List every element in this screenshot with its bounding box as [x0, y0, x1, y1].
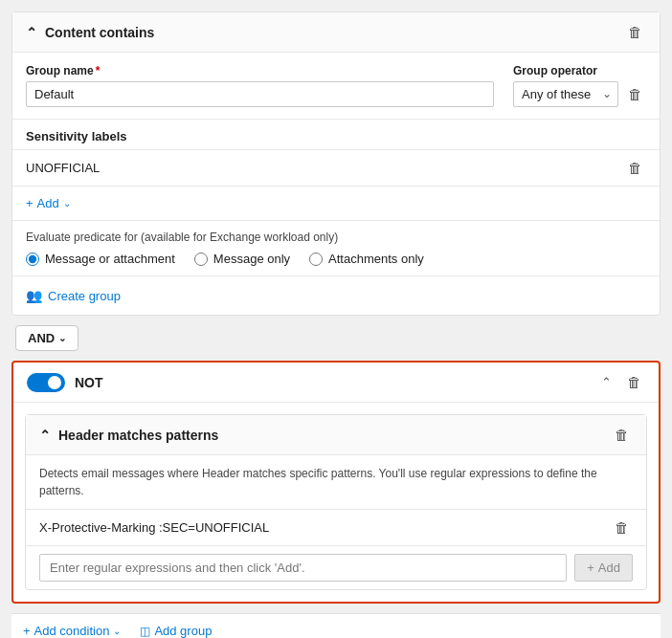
- add-label: Add: [37, 196, 59, 210]
- bottom-bar: + Add condition ⌄ ◫ Add group: [11, 613, 661, 638]
- create-group-row: 👥 Create group: [12, 276, 660, 315]
- header-matches-chevron-icon[interactable]: ⌃: [39, 428, 51, 443]
- evaluate-predicate-label: Evaluate predicate for (available for Ex…: [26, 231, 646, 244]
- header-matches-header: ⌃ Header matches patterns 🗑: [26, 415, 646, 455]
- content-contains-delete-button[interactable]: 🗑: [624, 22, 646, 42]
- content-contains-title: Content contains: [45, 25, 154, 40]
- not-panel-collapse-button[interactable]: ⌃: [597, 373, 616, 391]
- add-group-label: Add group: [154, 624, 212, 638]
- create-group-label: Create group: [48, 289, 121, 303]
- radio-attach-only-input[interactable]: [309, 253, 323, 266]
- sensitivity-label-delete-button[interactable]: 🗑: [624, 158, 646, 178]
- group-operator-delete-button[interactable]: 🗑: [624, 84, 646, 104]
- group-operator-wrapper: Any of these All of these 🗑: [513, 81, 646, 107]
- add-button-row: + Add ⌄: [12, 187, 660, 221]
- group-name-label: Group name*: [26, 64, 494, 77]
- group-operator-select[interactable]: Any of these All of these: [513, 81, 618, 107]
- add-condition-plus-icon: +: [23, 624, 31, 638]
- group-name-input[interactable]: [26, 81, 494, 107]
- not-label: NOT: [75, 375, 103, 390]
- group-name-field: Group name*: [26, 64, 494, 107]
- add-sensitivity-button[interactable]: + Add ⌄: [26, 194, 71, 212]
- add-condition-label: Add condition: [34, 624, 110, 638]
- pattern-item-value: X-Protective-Marking :SEC=UNOFFICIAL: [39, 520, 269, 535]
- radio-attachments-only[interactable]: Attachments only: [309, 252, 424, 266]
- group-operator-section: Group operator Any of these All of these…: [513, 64, 646, 107]
- add-icon: +: [26, 196, 34, 210]
- create-group-icon: 👥: [26, 288, 42, 303]
- radio-msg-only-input[interactable]: [194, 253, 208, 266]
- header-matches-title-group: ⌃ Header matches patterns: [39, 428, 218, 443]
- group-name-operator-row: Group name* Group operator Any of these …: [12, 53, 660, 120]
- sensitivity-label-item: UNOFFICIAL 🗑: [12, 150, 660, 187]
- regex-input-row: + Add: [26, 546, 646, 589]
- add-condition-chevron-icon: ⌄: [113, 626, 121, 636]
- radio-msg-attach-input[interactable]: [26, 253, 39, 266]
- content-contains-header: ⌃ Content contains 🗑: [12, 12, 660, 53]
- group-operator-dropdown-wrapper: Any of these All of these: [513, 81, 618, 107]
- sensitivity-labels-heading: Sensitivity labels: [12, 120, 660, 150]
- and-button[interactable]: AND ⌄: [15, 325, 78, 351]
- add-condition-button[interactable]: + Add condition ⌄: [23, 624, 121, 638]
- radio-msg-only-label: Message only: [213, 252, 290, 266]
- pattern-item-delete-button[interactable]: 🗑: [611, 517, 633, 538]
- not-panel: NOT ⌃ 🗑 ⌃ Header matches patterns 🗑 Dete…: [11, 361, 661, 604]
- regex-add-button[interactable]: + Add: [574, 554, 633, 582]
- create-group-button[interactable]: 👥 Create group: [26, 286, 121, 305]
- regex-input[interactable]: [39, 554, 567, 582]
- regex-add-label: Add: [598, 561, 620, 575]
- and-label: AND: [28, 331, 55, 345]
- collapse-chevron-icon[interactable]: ⌃: [26, 25, 37, 40]
- content-contains-card: ⌃ Content contains 🗑 Group name* Group o…: [11, 11, 661, 316]
- not-header: NOT ⌃ 🗑: [13, 363, 659, 403]
- not-header-right: ⌃ 🗑: [597, 372, 645, 392]
- radio-attach-only-label: Attachments only: [328, 252, 424, 266]
- radio-msg-attach-label: Message or attachment: [45, 252, 175, 266]
- radio-group: Message or attachment Message only Attac…: [26, 252, 646, 266]
- and-chevron-icon: ⌄: [58, 333, 66, 343]
- radio-message-only[interactable]: Message only: [194, 252, 290, 266]
- not-header-left: NOT: [27, 373, 103, 392]
- add-group-icon: ◫: [140, 625, 150, 638]
- radio-message-or-attachment[interactable]: Message or attachment: [26, 252, 175, 266]
- add-chevron-icon: ⌄: [63, 198, 71, 209]
- not-panel-delete-button[interactable]: 🗑: [623, 372, 645, 392]
- header-matches-card: ⌃ Header matches patterns 🗑 Detects emai…: [25, 414, 647, 590]
- regex-add-plus-icon: +: [587, 561, 594, 575]
- header-matches-delete-button[interactable]: 🗑: [611, 425, 633, 445]
- not-toggle[interactable]: [27, 373, 65, 392]
- content-contains-title-group: ⌃ Content contains: [26, 25, 154, 40]
- pattern-item-row: X-Protective-Marking :SEC=UNOFFICIAL 🗑: [26, 510, 646, 546]
- not-toggle-slider: [27, 373, 65, 392]
- header-matches-description: Detects email messages where Header matc…: [26, 455, 646, 510]
- add-group-button[interactable]: ◫ Add group: [140, 624, 212, 638]
- sensitivity-label-value: UNOFFICIAL: [26, 161, 100, 175]
- and-button-wrapper: AND ⌄: [11, 325, 661, 351]
- evaluate-predicate-section: Evaluate predicate for (available for Ex…: [12, 221, 660, 276]
- group-operator-label: Group operator: [513, 64, 646, 77]
- header-matches-title: Header matches patterns: [58, 428, 218, 443]
